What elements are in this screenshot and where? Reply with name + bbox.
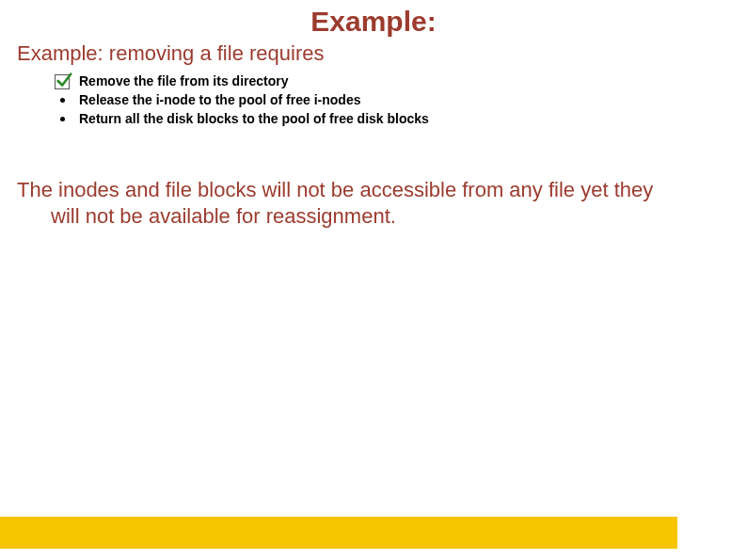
slide-subheading: Example: removing a file requires [17,41,747,66]
slide: Example: Example: removing a file requir… [0,6,747,560]
slide-title: Example: [0,6,747,38]
list-item-text: Release the i-node to the pool of free i… [79,90,360,109]
bullet-icon [55,109,79,128]
paragraph-line: The inodes and file blocks will not be a… [17,178,653,201]
paragraph-line: will not be available for reassignment. [17,203,732,230]
list-item: Release the i-node to the pool of free i… [55,90,747,109]
list-item-text: Remove the file from its directory [79,72,289,90]
bullet-list: Remove the file from its directory Relea… [55,72,747,128]
list-item: Remove the file from its directory [55,72,747,90]
footer-accent-bar [0,517,677,549]
bullet-icon [55,90,79,109]
body-paragraph: The inodes and file blocks will not be a… [17,177,732,229]
list-item: Return all the disk blocks to the pool o… [55,109,747,128]
checkbox-icon [55,72,79,90]
list-item-text: Return all the disk blocks to the pool o… [79,109,429,128]
